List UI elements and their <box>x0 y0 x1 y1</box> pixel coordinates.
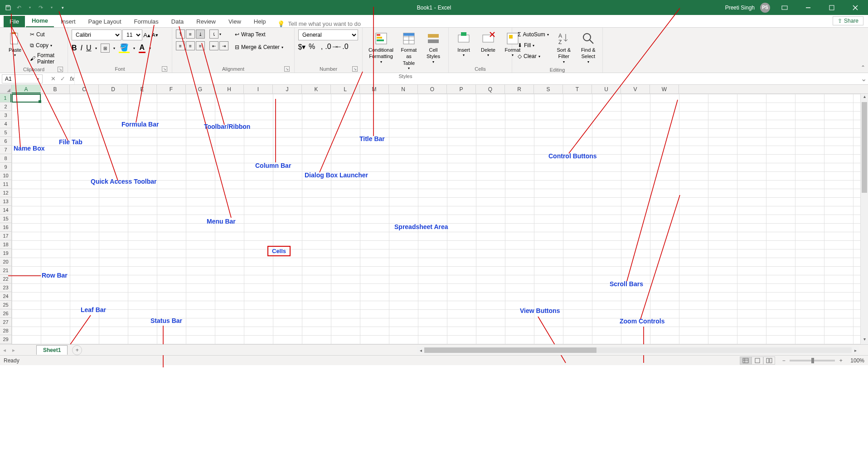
align-bottom-icon[interactable]: ⤓ <box>196 29 205 39</box>
conditional-formatting-button[interactable]: Conditional Formatting▾ <box>366 29 396 66</box>
share-button[interactable]: ⇪ Share <box>833 16 863 25</box>
align-right-icon[interactable]: ≡ <box>196 41 205 50</box>
column-header[interactable]: M <box>360 85 389 93</box>
delete-cells-button[interactable]: Delete▾ <box>477 29 499 60</box>
row-header[interactable]: 16 <box>0 223 11 232</box>
tab-help[interactable]: Help <box>248 16 272 27</box>
increase-indent-icon[interactable]: ⇥ <box>219 41 228 50</box>
active-cell[interactable] <box>12 94 41 103</box>
minimize-icon[interactable] <box>799 0 817 15</box>
row-header[interactable]: 22 <box>0 275 11 283</box>
row-header[interactable]: 14 <box>0 206 11 215</box>
expand-formula-bar-icon[interactable]: ⌄ <box>859 74 868 83</box>
scroll-left-icon[interactable]: ◂ <box>417 348 424 353</box>
sheet-tab-1[interactable]: Sheet1 <box>36 345 68 355</box>
align-middle-icon[interactable]: ≡ <box>186 29 195 39</box>
find-select-button[interactable]: Find & Select▾ <box>577 29 600 66</box>
tab-insert[interactable]: Insert <box>55 16 82 27</box>
column-header[interactable]: R <box>505 85 534 93</box>
name-box[interactable]: A1▾ <box>2 74 43 83</box>
number-format-select[interactable]: General <box>298 29 358 40</box>
autosum-button[interactable]: ΣAutoSum▾ <box>516 29 551 39</box>
tab-file[interactable]: File <box>4 16 25 27</box>
row-header[interactable]: 9 <box>0 163 11 171</box>
font-name-select[interactable]: Calibri <box>72 29 121 40</box>
increase-decimal-icon[interactable]: .0→ <box>328 43 335 50</box>
borders-button[interactable]: ⊞ <box>101 44 110 53</box>
wrap-text-button[interactable]: ↩Wrap Text <box>233 29 285 39</box>
tab-view[interactable]: View <box>223 16 247 27</box>
column-header[interactable]: W <box>650 85 679 93</box>
tab-home[interactable]: Home <box>26 15 54 27</box>
tab-formulas[interactable]: Formulas <box>128 16 165 27</box>
row-header[interactable]: 12 <box>0 189 11 197</box>
row-header[interactable]: 13 <box>0 197 11 206</box>
bold-button[interactable]: B <box>72 44 77 52</box>
underline-button[interactable]: U <box>86 44 92 52</box>
vscroll-thumb[interactable] <box>862 102 867 193</box>
column-header[interactable]: P <box>447 85 476 93</box>
row-header[interactable]: 17 <box>0 232 11 240</box>
row-header[interactable]: 8 <box>0 154 11 163</box>
merge-center-button[interactable]: ⊟Merge & Center▾ <box>233 42 285 52</box>
column-header[interactable]: I <box>244 85 273 93</box>
accounting-format-icon[interactable]: $▾ <box>298 43 305 50</box>
insert-cells-button[interactable]: Insert▾ <box>452 29 475 60</box>
redo-dropdown-icon[interactable]: ▾ <box>48 4 55 11</box>
select-all-corner[interactable] <box>0 85 12 93</box>
view-page-layout-button[interactable] <box>752 357 763 365</box>
ribbon-display-icon[interactable] <box>776 0 794 15</box>
decrease-decimal-icon[interactable]: ←.0 <box>338 43 345 50</box>
row-header[interactable]: 1 <box>0 94 11 103</box>
view-page-break-button[interactable] <box>763 357 775 365</box>
fill-color-button[interactable]: 🪣 <box>119 43 130 53</box>
row-header[interactable]: 15 <box>0 215 11 223</box>
copy-button[interactable]: ⧉Copy▾ <box>28 40 64 50</box>
zoom-slider-thumb[interactable] <box>811 358 814 363</box>
zoom-level[interactable]: 100% <box>850 357 864 364</box>
save-icon[interactable] <box>5 4 12 11</box>
add-sheet-button[interactable]: + <box>72 345 82 355</box>
collapse-ribbon-icon[interactable]: ⌃ <box>861 64 865 71</box>
tab-page-layout[interactable]: Page Layout <box>82 16 127 27</box>
column-header[interactable]: C <box>70 85 99 93</box>
row-header[interactable]: 10 <box>0 171 11 180</box>
tell-me-search[interactable]: 💡 Tell me what you want to do <box>277 20 361 27</box>
view-normal-button[interactable] <box>740 357 752 365</box>
percent-format-icon[interactable]: % <box>308 43 315 50</box>
row-header[interactable]: 29 <box>0 335 11 344</box>
clipboard-dialog-launcher[interactable]: ↘ <box>58 67 63 72</box>
row-header[interactable]: 19 <box>0 249 11 258</box>
italic-button[interactable]: I <box>81 44 82 52</box>
cells-grid[interactable] <box>12 94 868 344</box>
column-header[interactable]: H <box>215 85 244 93</box>
zoom-slider[interactable] <box>790 360 835 361</box>
horizontal-scrollbar[interactable]: ◂ ▸ <box>417 347 859 354</box>
number-dialog-launcher[interactable]: ↘ <box>352 66 358 72</box>
row-header[interactable]: 27 <box>0 318 11 327</box>
tab-review[interactable]: Review <box>190 16 222 27</box>
column-header[interactable]: E <box>128 85 157 93</box>
undo-dropdown-icon[interactable]: ▾ <box>26 4 34 11</box>
align-center-icon[interactable]: ≡ <box>186 41 195 50</box>
sheet-nav-next-icon[interactable]: ▸ <box>9 347 18 353</box>
scroll-up-icon[interactable]: ▴ <box>861 94 868 102</box>
cancel-formula-icon[interactable]: ✕ <box>51 75 56 82</box>
row-header[interactable]: 20 <box>0 258 11 266</box>
enter-formula-icon[interactable]: ✓ <box>60 75 65 82</box>
column-header[interactable]: F <box>157 85 186 93</box>
zoom-in-button[interactable]: + <box>838 357 844 364</box>
column-header[interactable]: K <box>302 85 331 93</box>
row-header[interactable]: 21 <box>0 266 11 275</box>
column-header[interactable]: O <box>418 85 447 93</box>
column-header[interactable]: N <box>389 85 418 93</box>
formula-input[interactable] <box>74 73 859 84</box>
qat-customize-icon[interactable]: ▾ <box>59 4 66 11</box>
decrease-font-icon[interactable]: A▾ <box>151 31 159 39</box>
row-header[interactable]: 7 <box>0 146 11 154</box>
column-header[interactable]: U <box>592 85 621 93</box>
sort-filter-button[interactable]: AZSort & Filter▾ <box>553 29 575 66</box>
orientation-icon[interactable]: ⤹ <box>209 29 218 39</box>
cut-button[interactable]: ✂Cut <box>28 29 64 39</box>
comma-format-icon[interactable]: , <box>318 43 325 50</box>
